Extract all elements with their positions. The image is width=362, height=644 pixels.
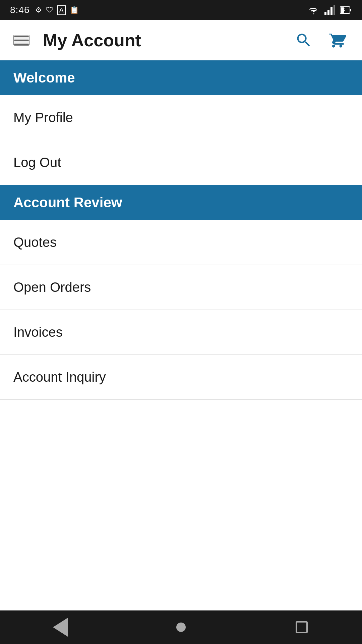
account-inquiry-label: Account Inquiry [13, 370, 106, 384]
page-title: My Account [43, 30, 141, 50]
nav-home-button[interactable] [168, 614, 194, 641]
quotes-item[interactable]: Quotes [0, 220, 362, 265]
account-inquiry-item[interactable]: Account Inquiry [0, 355, 362, 400]
font-icon: A [57, 5, 66, 15]
hamburger-line-3 [14, 44, 29, 45]
svg-rect-3 [334, 5, 335, 15]
clipboard-icon: 📋 [70, 6, 79, 14]
status-bar-left: 8:46 ⚙ 🛡 A 📋 [10, 5, 79, 15]
log-out-label: Log Out [13, 155, 61, 170]
invoices-label: Invoices [13, 325, 63, 339]
hamburger-line-1 [14, 36, 29, 37]
bottom-nav-bar [0, 610, 362, 644]
svg-rect-1 [327, 10, 329, 15]
status-bar: 8:46 ⚙ 🛡 A 📋 [0, 0, 362, 20]
signal-icon [324, 5, 335, 15]
quotes-label: Quotes [13, 235, 57, 250]
back-icon [53, 618, 68, 637]
nav-recents-button[interactable] [288, 614, 315, 641]
battery-icon [340, 6, 352, 14]
log-out-item[interactable]: Log Out [0, 140, 362, 185]
gear-icon: ⚙ [35, 6, 42, 14]
content-area [0, 400, 362, 610]
app-header: My Account [0, 20, 362, 60]
my-profile-item[interactable]: My Profile [0, 95, 362, 140]
shield-icon: 🛡 [46, 6, 53, 14]
svg-rect-0 [324, 12, 326, 15]
account-review-label: Account Review [13, 195, 122, 210]
status-icons: ⚙ 🛡 A 📋 [35, 5, 79, 15]
search-button[interactable] [292, 29, 315, 52]
invoices-item[interactable]: Invoices [0, 310, 362, 355]
hamburger-line-2 [14, 40, 29, 41]
cart-icon [328, 32, 346, 49]
open-orders-item[interactable]: Open Orders [0, 265, 362, 310]
account-review-section-header: Account Review [0, 185, 362, 220]
recents-icon [296, 621, 308, 633]
search-icon [295, 32, 312, 49]
hamburger-menu-button[interactable] [13, 35, 29, 46]
my-profile-label: My Profile [13, 110, 73, 125]
home-icon [176, 623, 186, 632]
nav-back-button[interactable] [47, 614, 74, 641]
status-time: 8:46 [10, 5, 30, 15]
svg-rect-2 [330, 7, 333, 15]
wifi-icon [308, 6, 320, 14]
welcome-section-header: Welcome [0, 60, 362, 95]
svg-rect-5 [350, 9, 351, 11]
cart-button[interactable] [326, 29, 349, 52]
header-left: My Account [13, 30, 141, 50]
welcome-label: Welcome [13, 70, 75, 86]
open-orders-label: Open Orders [13, 280, 91, 294]
status-bar-right [308, 5, 352, 15]
header-right [292, 29, 349, 52]
